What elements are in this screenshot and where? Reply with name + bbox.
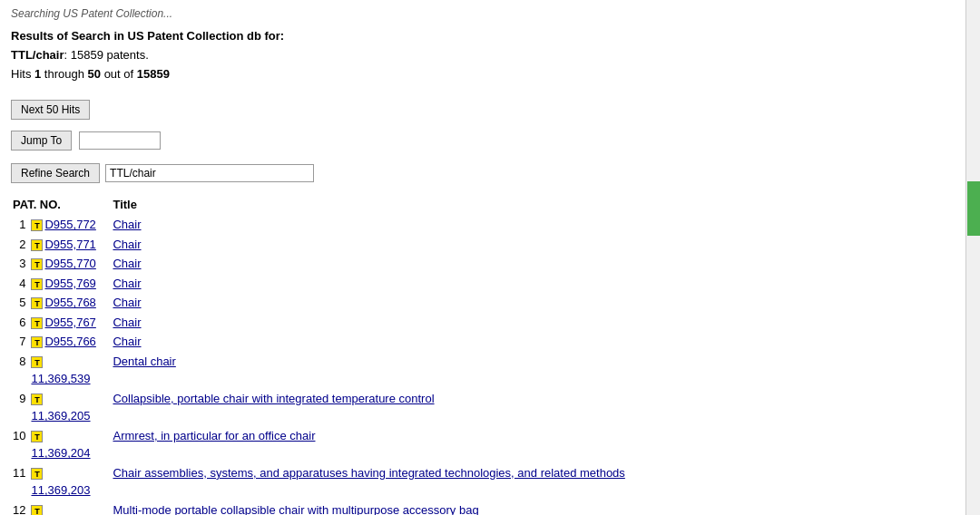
- query-label: TTL/chair: [11, 48, 64, 62]
- title-icon: T: [31, 431, 43, 442]
- patent-number[interactable]: TD955,771: [29, 235, 111, 255]
- row-number: 10: [11, 426, 29, 463]
- patent-number[interactable]: TD955,769: [29, 274, 111, 294]
- table-row: 12T11,369,202Multi-mode portable collaps…: [11, 500, 955, 515]
- next-hits-button[interactable]: Next 50 Hits: [11, 100, 90, 120]
- patent-link[interactable]: D955,772: [44, 218, 95, 231]
- table-row: 5TD955,768Chair: [11, 293, 955, 313]
- table-row: 8T11,369,539Dental chair: [11, 352, 955, 389]
- refine-search-input[interactable]: [105, 164, 314, 182]
- title-icon: T: [31, 258, 43, 270]
- title-link[interactable]: Chair: [113, 335, 141, 348]
- patent-title[interactable]: Chair: [111, 313, 955, 333]
- patent-title[interactable]: Chair: [111, 274, 955, 294]
- title-link[interactable]: Armrest, in particular for an office cha…: [113, 429, 315, 442]
- row-number: 6: [11, 313, 29, 333]
- patent-title[interactable]: Chair: [111, 293, 955, 313]
- title-link[interactable]: Collapsible, portable chair with integra…: [113, 392, 434, 405]
- table-row: 2TD955,771Chair: [11, 235, 955, 255]
- title-icon: T: [31, 317, 43, 329]
- col-title-header: Title: [111, 196, 955, 215]
- patent-link[interactable]: 11,369,539: [31, 372, 90, 385]
- row-number: 11: [11, 463, 29, 500]
- table-row: 6TD955,767Chair: [11, 313, 955, 333]
- title-icon: T: [31, 468, 43, 480]
- row-number: 1: [11, 215, 29, 235]
- patent-link[interactable]: D955,769: [44, 277, 95, 290]
- row-number: 4: [11, 274, 29, 294]
- row-number: 5: [11, 293, 29, 313]
- table-row: 7TD955,766Chair: [11, 332, 955, 352]
- patent-title[interactable]: Dental chair: [111, 352, 955, 389]
- patent-link[interactable]: D955,770: [44, 257, 95, 270]
- results-label: Results of Search in US Patent Collectio…: [11, 29, 284, 43]
- row-number: 7: [11, 332, 29, 352]
- title-link[interactable]: Dental chair: [113, 355, 175, 368]
- title-icon: T: [31, 394, 43, 405]
- title-link[interactable]: Chair: [113, 238, 141, 251]
- row-number: 2: [11, 235, 29, 255]
- title-icon: T: [31, 219, 43, 231]
- patent-link[interactable]: D955,767: [44, 316, 95, 329]
- patent-number[interactable]: T11,369,539: [29, 352, 111, 389]
- patent-number[interactable]: TD955,768: [29, 293, 111, 313]
- patents-label: patents.: [107, 48, 149, 62]
- col-patent-header: PAT. NO.: [11, 196, 111, 215]
- patent-number[interactable]: T11,369,203: [29, 463, 111, 500]
- title-link[interactable]: Multi-mode portable collapsible chair wi…: [113, 503, 478, 515]
- patent-number[interactable]: TD955,770: [29, 254, 111, 274]
- table-row: 10T11,369,204Armrest, in particular for …: [11, 426, 955, 463]
- patent-number[interactable]: T11,369,204: [29, 426, 111, 463]
- jump-to-button[interactable]: Jump To: [11, 131, 72, 151]
- title-link[interactable]: Chair: [113, 316, 141, 329]
- patent-title[interactable]: Multi-mode portable collapsible chair wi…: [111, 500, 955, 515]
- table-row: 3TD955,770Chair: [11, 254, 955, 274]
- patent-title[interactable]: Chair assemblies, systems, and apparatus…: [111, 463, 955, 500]
- result-count: 15859: [71, 48, 103, 62]
- hits-text: Hits 1 through 50 out of 15859: [11, 67, 170, 81]
- table-row: 4TD955,769Chair: [11, 274, 955, 294]
- patent-link[interactable]: 11,369,203: [31, 483, 90, 497]
- title-link[interactable]: Chair: [113, 218, 141, 231]
- patent-title[interactable]: Collapsible, portable chair with integra…: [111, 389, 955, 426]
- patent-title[interactable]: Chair: [111, 235, 955, 255]
- patent-number[interactable]: TD955,767: [29, 313, 111, 333]
- results-header: Results of Search in US Patent Collectio…: [11, 27, 955, 83]
- title-icon: T: [31, 505, 43, 515]
- row-number: 3: [11, 254, 29, 274]
- scrollbar[interactable]: [965, 0, 980, 515]
- title-link[interactable]: Chair: [113, 296, 141, 309]
- table-row: 9T11,369,205Collapsible, portable chair …: [11, 389, 955, 426]
- title-link[interactable]: Chair: [113, 257, 141, 270]
- table-row: 1TD955,772Chair: [11, 215, 955, 235]
- patent-link[interactable]: D955,771: [44, 238, 95, 251]
- patent-number[interactable]: T11,369,202: [29, 500, 111, 515]
- row-number: 9: [11, 389, 29, 426]
- scrollbar-thumb[interactable]: [967, 181, 980, 236]
- patent-number[interactable]: TD955,766: [29, 332, 111, 352]
- title-icon: T: [31, 336, 43, 348]
- patent-link[interactable]: D955,768: [44, 296, 95, 309]
- jump-to-input[interactable]: [79, 131, 161, 150]
- results-table: PAT. NO. Title 1TD955,772Chair2TD955,771…: [11, 196, 955, 515]
- title-link[interactable]: Chair: [113, 277, 141, 290]
- title-icon: T: [31, 297, 43, 309]
- searching-status: Searching US Patent Collection...: [11, 7, 955, 20]
- refine-search-button[interactable]: Refine Search: [11, 163, 100, 183]
- title-icon: T: [31, 278, 43, 290]
- table-row: 11T11,369,203Chair assemblies, systems, …: [11, 463, 955, 500]
- patent-title[interactable]: Chair: [111, 254, 955, 274]
- patent-title[interactable]: Chair: [111, 215, 955, 235]
- patent-link[interactable]: 11,369,205: [31, 409, 90, 423]
- title-link[interactable]: Chair assemblies, systems, and apparatus…: [113, 466, 624, 480]
- patent-number[interactable]: T11,369,205: [29, 389, 111, 426]
- patent-number[interactable]: TD955,772: [29, 215, 111, 235]
- title-icon: T: [31, 356, 43, 368]
- patent-title[interactable]: Armrest, in particular for an office cha…: [111, 426, 955, 463]
- row-number: 8: [11, 352, 29, 389]
- row-number: 12: [11, 500, 29, 515]
- patent-title[interactable]: Chair: [111, 332, 955, 352]
- patent-link[interactable]: 11,369,204: [31, 446, 90, 460]
- title-icon: T: [31, 239, 43, 251]
- patent-link[interactable]: D955,766: [44, 335, 95, 348]
